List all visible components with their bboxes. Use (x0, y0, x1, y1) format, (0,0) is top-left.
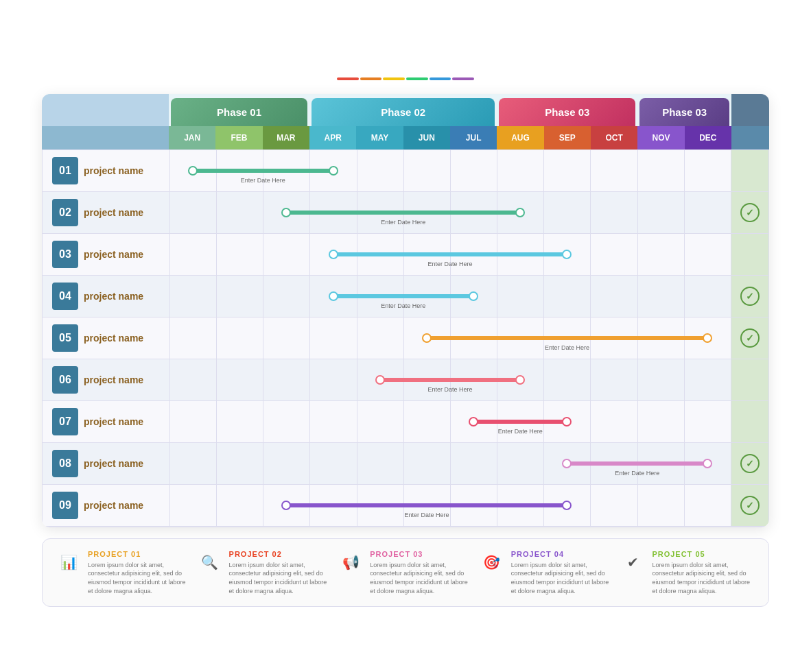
grid-cell-04-2 (216, 276, 263, 317)
grid-cell-02-2 (216, 192, 263, 233)
grid-cell-06-6 (403, 359, 450, 400)
grid-cell-09-2 (216, 485, 263, 526)
grid-wrapper-06: Enter Date Here (169, 359, 731, 400)
month-apr: APR (309, 126, 356, 149)
row-label-cell-06: 06project name (43, 359, 169, 400)
status-cell-07 (731, 401, 768, 442)
grid-cell-06-2 (216, 359, 263, 400)
grid-cell-02-11 (637, 192, 684, 233)
page-wrapper: Phase 01 Phase 02 Phase 03 Phase 03 JAN … (28, 51, 783, 621)
legend-content-4: PROJECT 04 Lorem ipsum dolor sit amet, c… (511, 550, 614, 595)
grid-cell-01-1 (169, 150, 216, 191)
month-mar: MAR (263, 126, 309, 149)
data-row-04: 04project nameEnter Date Here✓ (43, 276, 768, 317)
grid-cell-07-11 (637, 401, 684, 442)
grid-cell-05-11 (637, 317, 684, 359)
grid-cell-06-9 (543, 359, 590, 400)
legend-title-1: PROJECT 01 (88, 550, 191, 558)
grid-cell-01-6 (403, 150, 450, 191)
grid-cell-08-1 (169, 443, 216, 484)
grid-cell-01-10 (590, 150, 637, 191)
month-header: JAN FEB MAR APR MAY JUN JUL AUG SEP OCT … (42, 126, 769, 149)
grid-wrapper-02: Enter Date Here (169, 192, 731, 233)
grid-cell-04-7 (450, 276, 497, 317)
legend-content-2: PROJECT 02 Lorem ipsum dolor sit amet, c… (229, 550, 332, 595)
grid-cell-09-5 (357, 485, 403, 526)
grid-cell-06-8 (497, 359, 543, 400)
legend-icon-5: ✔ (620, 550, 645, 575)
grid-cell-07-1 (169, 401, 216, 442)
month-nov: NOV (637, 126, 684, 149)
row-project-name-05: project name (84, 333, 143, 344)
status-cell-04: ✓ (731, 276, 768, 317)
grid-cell-04-4 (309, 276, 356, 317)
month-jun: JUN (403, 126, 450, 149)
legend-title-2: PROJECT 02 (229, 550, 332, 558)
grid-cell-03-9 (543, 234, 590, 275)
row-num-08: 08 (52, 450, 78, 477)
legend-text-1: Lorem ipsum dolor sit amet, consectetur … (88, 561, 191, 595)
row-num-01: 01 (52, 157, 78, 184)
row-num-09: 09 (52, 492, 78, 519)
grid-cell-05-3 (263, 317, 309, 359)
grid-cell-09-9 (543, 485, 590, 526)
grid-cell-02-1 (169, 192, 216, 233)
status-check-09: ✓ (740, 496, 760, 515)
status-cell-09: ✓ (731, 485, 768, 526)
row-project-name-01: project name (84, 165, 143, 176)
grid-cell-04-10 (590, 276, 637, 317)
grid-cell-01-5 (357, 150, 403, 191)
grid-cell-04-11 (637, 276, 684, 317)
data-row-06: 06project nameEnter Date Here (43, 359, 768, 401)
grid-cell-09-3 (263, 485, 309, 526)
row-label-cell-02: 02project name (43, 192, 169, 233)
grid-wrapper-05: Enter Date Here (169, 317, 731, 359)
data-rows: 01project nameEnter Date Here02project n… (42, 149, 769, 527)
phase-header: Phase 01 Phase 02 Phase 03 Phase 03 (42, 94, 769, 126)
grid-cell-08-12 (684, 443, 731, 484)
grid-cell-02-4 (309, 192, 356, 233)
grid-cell-05-7 (450, 317, 497, 359)
status-cell-08: ✓ (731, 443, 768, 484)
grid-cell-05-9 (543, 317, 590, 359)
legend-icon-4: 🎯 (480, 550, 504, 575)
grid-cell-05-6 (403, 317, 450, 359)
grid-cell-01-2 (216, 150, 263, 191)
status-cell-02: ✓ (731, 192, 768, 233)
grid-cell-08-11 (637, 443, 684, 484)
grid-cell-04-12 (684, 276, 731, 317)
grid-cell-02-10 (590, 192, 637, 233)
row-label-cell-07: 07project name (43, 401, 169, 442)
grid-cell-05-10 (590, 317, 637, 359)
grid-cell-03-7 (450, 234, 497, 275)
grid-cell-02-12 (684, 192, 731, 233)
grid-wrapper-08: Enter Date Here (169, 443, 731, 484)
grid-cell-01-3 (263, 150, 309, 191)
legend-text-5: Lorem ipsum dolor sit amet, consectetur … (652, 561, 755, 595)
legend-item-3: 📢 PROJECT 03 Lorem ipsum dolor sit amet,… (338, 550, 473, 595)
legend-item-1: 📊 PROJECT 01 Lorem ipsum dolor sit amet,… (56, 550, 191, 595)
grid-cell-03-12 (684, 234, 731, 275)
grid-cell-01-4 (309, 150, 356, 191)
legend-text-2: Lorem ipsum dolor sit amet, consectetur … (229, 561, 332, 595)
row-num-02: 02 (52, 199, 78, 226)
grid-cell-05-5 (357, 317, 403, 359)
phase-status-top (731, 94, 769, 126)
grid-cell-02-9 (543, 192, 590, 233)
status-header (731, 126, 769, 149)
phase-03a-header: Phase 03 (499, 98, 635, 126)
grid-cell-04-3 (263, 276, 309, 317)
data-row-07: 07project nameEnter Date Here (43, 401, 768, 443)
grid-cell-02-5 (357, 192, 403, 233)
row-label-cell-05: 05project name (43, 317, 169, 359)
legend-icon-1: 📊 (56, 550, 81, 575)
phase-02-header: Phase 02 (312, 98, 495, 126)
legend-content-5: PROJECT 05 Lorem ipsum dolor sit amet, c… (652, 550, 755, 595)
grid-cell-06-12 (684, 359, 731, 400)
grid-cell-08-6 (403, 443, 450, 484)
phase-empty-cell (42, 94, 169, 126)
legend-title-5: PROJECT 05 (652, 550, 755, 558)
grid-cell-05-8 (497, 317, 543, 359)
grid-cell-09-6 (403, 485, 450, 526)
grid-cell-07-8 (497, 401, 543, 442)
